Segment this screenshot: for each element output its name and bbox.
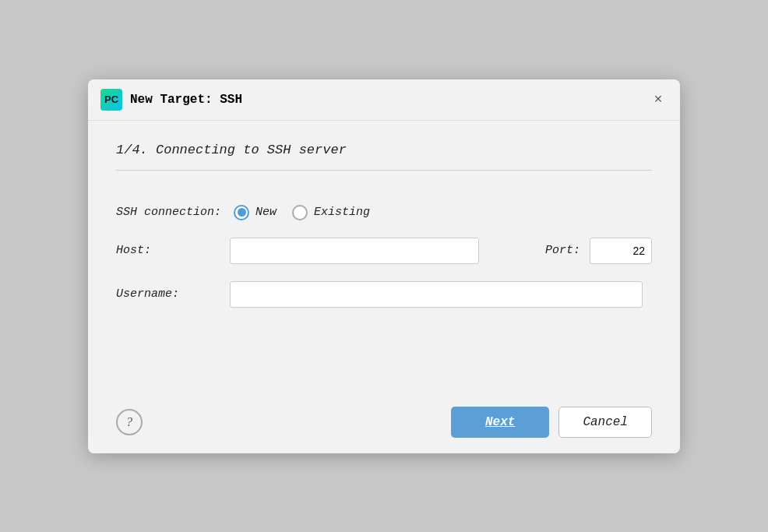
radio-new-option[interactable]: New bbox=[234, 205, 277, 220]
next-button[interactable]: Next bbox=[451, 407, 549, 438]
form-section: SSH connection: New Existing Host: bbox=[116, 205, 652, 308]
radio-new-label: New bbox=[255, 206, 277, 219]
port-label: Port: bbox=[545, 244, 580, 257]
title-bar: PC New Target: SSH × bbox=[88, 79, 680, 121]
host-row: Host: Port: bbox=[116, 238, 652, 264]
cancel-button[interactable]: Cancel bbox=[558, 407, 652, 438]
username-label: Username: bbox=[116, 287, 217, 301]
radio-group-connection: New Existing bbox=[234, 205, 370, 220]
radio-existing-circle[interactable] bbox=[292, 205, 308, 220]
port-input[interactable] bbox=[590, 238, 652, 264]
ssh-connection-label: SSH connection: bbox=[116, 206, 221, 219]
close-button[interactable]: × bbox=[649, 90, 668, 109]
radio-new-circle[interactable] bbox=[234, 205, 249, 220]
radio-existing-option[interactable]: Existing bbox=[292, 205, 370, 220]
footer-buttons: Next Cancel bbox=[451, 407, 652, 438]
dialog-title: New Target: SSH bbox=[130, 93, 641, 107]
username-row: Username: bbox=[116, 281, 652, 308]
help-button[interactable]: ? bbox=[116, 409, 143, 435]
dialog-content: 1/4. Connecting to SSH server SSH connec… bbox=[88, 121, 680, 394]
username-input[interactable] bbox=[230, 281, 643, 308]
dialog-window: PC New Target: SSH × 1/4. Connecting to … bbox=[88, 79, 680, 453]
app-logo: PC bbox=[100, 89, 122, 111]
step-label: 1/4. Connecting to SSH server bbox=[116, 143, 652, 171]
host-label: Host: bbox=[116, 244, 217, 257]
ssh-connection-row: SSH connection: New Existing bbox=[116, 205, 652, 220]
host-input[interactable] bbox=[230, 238, 479, 264]
dialog-footer: ? Next Cancel bbox=[88, 394, 680, 453]
radio-existing-label: Existing bbox=[314, 206, 370, 219]
port-group: Port: bbox=[545, 238, 652, 264]
